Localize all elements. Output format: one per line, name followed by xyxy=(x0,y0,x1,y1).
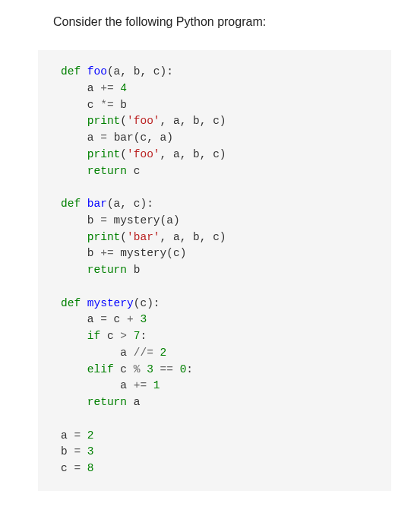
function-name: bar xyxy=(87,198,107,210)
code-text: b xyxy=(61,445,68,458)
function-name: mystery xyxy=(87,297,134,309)
operator: = xyxy=(100,313,107,325)
keyword-return: return xyxy=(87,396,127,408)
number: 3 xyxy=(147,363,153,375)
code-text: , a, b, c) xyxy=(160,231,226,243)
operator: = xyxy=(74,429,81,442)
keyword-def: def xyxy=(61,198,81,210)
number: 1 xyxy=(153,379,160,391)
operator: += xyxy=(100,82,113,94)
operator: = xyxy=(74,445,81,458)
keyword-def: def xyxy=(61,65,81,78)
code-text: mystery(c) xyxy=(114,247,187,259)
operator: + xyxy=(127,313,134,325)
prompt-text: Consider the following Python program: xyxy=(23,15,391,29)
operator: = xyxy=(100,214,107,226)
keyword-elif: elif xyxy=(87,363,114,375)
keyword-return: return xyxy=(87,264,127,276)
code-text: c xyxy=(107,313,120,325)
code-text: mystery(a) xyxy=(107,214,180,226)
keyword-return: return xyxy=(87,165,127,177)
operator: > xyxy=(114,330,127,342)
code-text: (a, b, c): xyxy=(107,65,173,78)
code-block: def foo(a, b, c): a += 4 c *= b print('f… xyxy=(38,50,391,491)
code-text: a xyxy=(120,347,127,359)
code-text: a xyxy=(127,396,140,408)
operator: *= xyxy=(100,99,113,111)
operator: % xyxy=(127,363,140,375)
number: 3 xyxy=(140,313,147,325)
code-text: ( xyxy=(120,231,127,243)
code-text: a xyxy=(87,82,94,94)
code-text: ( xyxy=(120,148,127,160)
function-name: foo xyxy=(87,65,107,78)
code-text: : xyxy=(186,363,193,375)
string: 'foo' xyxy=(127,115,160,127)
code-text: c xyxy=(127,165,140,177)
code-text: b xyxy=(120,99,127,111)
code-text: (a, c): xyxy=(107,198,153,210)
builtin-print: print xyxy=(87,231,121,243)
code-text: : xyxy=(140,330,147,342)
builtin-print: print xyxy=(87,148,121,160)
code-text: b xyxy=(127,264,140,276)
operator: = xyxy=(100,131,107,144)
operator: //= xyxy=(134,347,153,359)
code-text: (c): xyxy=(134,297,160,309)
number: 4 xyxy=(120,82,127,94)
keyword-def: def xyxy=(61,297,81,309)
number: 3 xyxy=(87,445,94,458)
number: 2 xyxy=(87,429,94,442)
code-text: b xyxy=(87,214,94,226)
operator: == xyxy=(153,363,173,375)
code-text: ( xyxy=(120,115,127,127)
code-text: a xyxy=(87,131,94,144)
keyword-if: if xyxy=(87,330,100,342)
code-text: a xyxy=(120,379,127,391)
code-text: b xyxy=(87,247,94,259)
operator: += xyxy=(134,379,147,391)
code-text: , a, b, c) xyxy=(160,148,226,160)
code-text: c xyxy=(100,330,113,342)
code-text: c xyxy=(87,99,94,111)
operator: = xyxy=(74,462,81,474)
string: 'bar' xyxy=(127,231,160,243)
code-text: , a, b, c) xyxy=(160,115,226,127)
code-text: c xyxy=(61,462,68,474)
code-text: a xyxy=(87,313,94,325)
code-text: bar(c, a) xyxy=(114,131,173,144)
code-text: a xyxy=(61,429,68,442)
builtin-print: print xyxy=(87,115,121,127)
string: 'foo' xyxy=(127,148,160,160)
number: 8 xyxy=(87,462,94,474)
code-text: c xyxy=(114,363,127,375)
number: 2 xyxy=(160,347,167,359)
operator: += xyxy=(100,247,113,259)
